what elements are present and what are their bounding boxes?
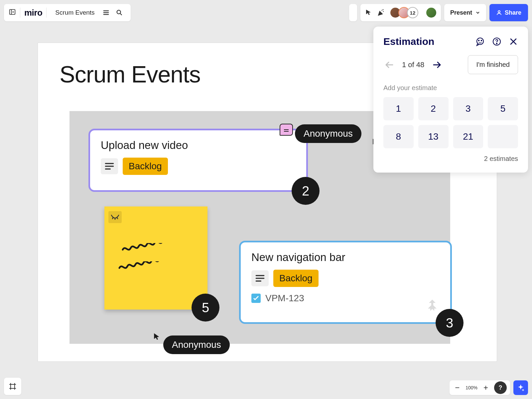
expand-sidebar-button[interactable] bbox=[9, 8, 16, 17]
main-menu-button[interactable] bbox=[99, 6, 113, 19]
zoom-in-button[interactable]: + bbox=[481, 383, 490, 392]
share-label: Share bbox=[505, 9, 521, 16]
frame-title: Scrum Events bbox=[60, 61, 200, 88]
zoom-level[interactable]: 100% bbox=[466, 385, 477, 390]
help-icon[interactable] bbox=[492, 37, 501, 46]
search-button[interactable] bbox=[113, 6, 126, 19]
apps-button[interactable] bbox=[349, 4, 357, 21]
ticket-id: VPM-123 bbox=[265, 293, 304, 304]
cursor-tool-icon[interactable] bbox=[364, 9, 372, 17]
remote-cursor: Anonymous bbox=[153, 332, 161, 342]
estimate-option[interactable]: 1 bbox=[383, 97, 414, 120]
avatar-overflow-count[interactable]: 12 bbox=[407, 7, 418, 18]
card-title: New navigation bar bbox=[251, 251, 440, 264]
help-button[interactable]: ? bbox=[494, 381, 507, 394]
finished-button[interactable]: I'm finished bbox=[468, 55, 518, 74]
svg-point-6 bbox=[478, 40, 479, 41]
collaborator-avatars[interactable]: 12 bbox=[390, 7, 418, 18]
comment-icon[interactable] bbox=[280, 124, 293, 136]
svg-point-1 bbox=[117, 10, 120, 14]
estimate-option[interactable]: 3 bbox=[453, 97, 483, 120]
estimate-option[interactable]: 2 bbox=[418, 97, 449, 120]
progress-text: 1 of 48 bbox=[402, 61, 424, 69]
close-icon[interactable] bbox=[509, 37, 518, 46]
status-badge: Backlog bbox=[123, 158, 168, 175]
add-estimate-label: Add your estimate bbox=[383, 84, 518, 92]
estimate-count: 2 estimates bbox=[383, 155, 518, 163]
cursor-label: Anonymous bbox=[295, 124, 361, 143]
status-badge: Backlog bbox=[273, 270, 319, 287]
svg-point-4 bbox=[498, 11, 500, 13]
task-card-navigation[interactable]: New navigation bar Backlog VPM-123 3 bbox=[239, 241, 452, 324]
share-button[interactable]: Share bbox=[489, 4, 528, 21]
svg-point-7 bbox=[481, 40, 482, 41]
zoom-controls: − 100% + ? bbox=[450, 380, 510, 395]
board-name[interactable]: Scrum Events bbox=[55, 9, 94, 16]
zoom-out-button[interactable]: − bbox=[453, 383, 462, 392]
svg-point-9 bbox=[496, 43, 497, 44]
estimate-options: 1 2 3 5 8 13 21 bbox=[383, 97, 518, 148]
current-user-avatar[interactable] bbox=[426, 7, 437, 18]
description-icon bbox=[101, 158, 118, 174]
vote-count-badge: 3 bbox=[436, 309, 464, 337]
checkbox-icon bbox=[251, 294, 261, 303]
vote-count-badge: 5 bbox=[192, 294, 219, 322]
ai-assist-button[interactable] bbox=[513, 380, 528, 395]
present-label: Present bbox=[450, 9, 472, 16]
prev-item-button bbox=[383, 59, 395, 71]
estimate-option[interactable]: 5 bbox=[488, 97, 518, 120]
estimate-option[interactable] bbox=[488, 125, 518, 148]
hidden-author-icon bbox=[108, 211, 122, 223]
frames-button[interactable] bbox=[4, 378, 21, 395]
svg-point-5 bbox=[477, 38, 483, 45]
next-item-button[interactable] bbox=[431, 59, 443, 71]
cursor-label: Anonymous bbox=[163, 335, 230, 354]
present-button[interactable]: Present bbox=[444, 4, 486, 21]
task-card-upload-video[interactable]: Upload new video Backlog 2 bbox=[88, 129, 308, 192]
estimate-option[interactable]: 21 bbox=[453, 125, 483, 148]
miro-logo: miro bbox=[24, 8, 42, 18]
estimate-option[interactable]: 8 bbox=[383, 125, 414, 148]
svg-rect-0 bbox=[10, 10, 15, 15]
panel-title: Estimation bbox=[383, 36, 475, 47]
sticky-note[interactable]: 5 bbox=[104, 206, 207, 310]
card-title: Upload new video bbox=[101, 139, 296, 152]
description-icon bbox=[251, 270, 269, 286]
jira-icon bbox=[425, 298, 440, 313]
vote-count-badge: 2 bbox=[292, 177, 320, 205]
estimate-option[interactable]: 13 bbox=[418, 125, 449, 148]
reactions-icon[interactable] bbox=[377, 9, 385, 17]
estimation-panel: Estimation 1 of 48 I'm finished Add your… bbox=[373, 27, 528, 173]
feedback-icon[interactable] bbox=[475, 37, 485, 46]
